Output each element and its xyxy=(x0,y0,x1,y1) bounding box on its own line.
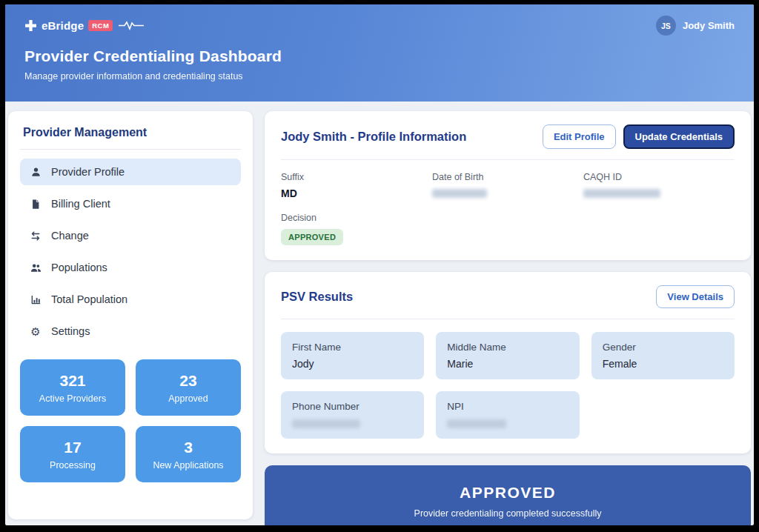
banner-subtitle: Provider credentialing completed success… xyxy=(414,508,602,519)
user-icon xyxy=(29,167,42,178)
stat-card-approved: 23 Approved xyxy=(136,359,241,416)
psv-card-title: PSV Results xyxy=(281,290,353,304)
psv-field-first-name: First Name Jody xyxy=(281,332,424,379)
sidebar-item-change[interactable]: Change xyxy=(20,222,241,249)
approved-banner: APPROVED Provider credentialing complete… xyxy=(265,465,751,525)
decision-field: Decision APPROVED xyxy=(281,213,735,245)
sidebar-item-provider-profile[interactable]: Provider Profile xyxy=(20,159,241,185)
profile-field-caqh-id: CAQH ID xyxy=(583,172,735,199)
sidebar-title: Provider Management xyxy=(20,124,241,139)
app-window: eBridge RCM JS Jody Smith Provider Crede… xyxy=(5,4,754,525)
field-label: Gender xyxy=(603,342,723,353)
stat-value: 3 xyxy=(142,439,235,456)
field-label: Middle Name xyxy=(447,342,568,353)
update-credentials-button[interactable]: Update Credentials xyxy=(623,124,735,149)
field-value: MD xyxy=(281,187,432,199)
redacted-value xyxy=(447,419,506,428)
medical-cross-icon xyxy=(24,19,37,32)
users-icon xyxy=(29,262,42,273)
sidebar-item-billing-client[interactable]: Billing Client xyxy=(20,190,241,217)
sidebar-item-label: Change xyxy=(51,230,89,242)
psv-results-card: PSV Results View Details First Name Jody… xyxy=(265,272,751,453)
field-label: NPI xyxy=(447,401,568,412)
profile-field-suffix: Suffix MD xyxy=(281,172,432,199)
main-content: Jody Smith - Profile Information Edit Pr… xyxy=(265,111,751,519)
stats-grid: 321 Active Providers 23 Approved 17 Proc… xyxy=(20,359,241,482)
psv-field-middle-name: Middle Name Marie xyxy=(436,332,579,379)
sidebar-item-label: Settings xyxy=(51,325,90,337)
psv-field-npi: NPI xyxy=(436,391,579,439)
brand-logo: eBridge RCM xyxy=(24,19,144,32)
sidebar-item-settings[interactable]: ⚙ Settings xyxy=(20,318,241,345)
psv-field-gender: Gender Female xyxy=(591,332,735,379)
field-label: Phone Number xyxy=(292,401,413,412)
field-label: Date of Birth xyxy=(432,172,583,182)
stat-card-processing: 17 Processing xyxy=(20,426,125,482)
field-value: Marie xyxy=(447,358,568,370)
stat-card-new-applications: 3 New Applications xyxy=(136,426,241,482)
stat-value: 321 xyxy=(26,372,119,390)
stat-label: Approved xyxy=(142,393,235,404)
redacted-value xyxy=(292,419,360,428)
swap-arrows-icon xyxy=(29,230,42,242)
user-menu[interactable]: JS Jody Smith xyxy=(656,16,735,36)
profile-field-date-of-birth: Date of Birth xyxy=(432,172,583,199)
heartbeat-icon xyxy=(119,21,144,30)
stat-label: New Applications xyxy=(142,460,235,471)
sidebar-item-label: Provider Profile xyxy=(51,166,125,178)
view-details-button[interactable]: View Details xyxy=(656,285,735,308)
brand-badge: RCM xyxy=(88,20,113,31)
content-area: Provider Management Provider Profile Bil… xyxy=(5,102,754,525)
page-subtitle: Manage provider information and credenti… xyxy=(24,71,735,82)
brand-name: eBridge xyxy=(42,19,84,32)
psv-field-phone-number: Phone Number xyxy=(281,391,424,439)
divider xyxy=(20,149,241,150)
edit-profile-button[interactable]: Edit Profile xyxy=(543,124,616,149)
field-label: Decision xyxy=(281,213,735,223)
stat-label: Processing xyxy=(26,460,119,471)
avatar: JS xyxy=(656,16,676,36)
sidebar: Provider Management Provider Profile Bil… xyxy=(8,111,253,519)
stat-label: Active Providers xyxy=(26,393,119,404)
field-value: Female xyxy=(603,358,723,370)
field-label: Suffix xyxy=(281,172,432,182)
sidebar-item-total-population[interactable]: Total Population xyxy=(20,286,241,313)
sidebar-item-label: Billing Client xyxy=(51,198,110,210)
redacted-value xyxy=(432,189,487,198)
field-label: CAQH ID xyxy=(583,172,735,182)
redacted-value xyxy=(583,189,660,198)
user-name: Jody Smith xyxy=(683,20,735,31)
profile-card: Jody Smith - Profile Information Edit Pr… xyxy=(265,111,751,260)
page-title: Provider Credentialing Dashboard xyxy=(24,47,735,65)
stat-value: 17 xyxy=(26,439,119,456)
gear-icon: ⚙ xyxy=(29,326,42,337)
profile-card-title: Jody Smith - Profile Information xyxy=(281,130,466,144)
stat-card-active-providers: 321 Active Providers xyxy=(20,359,125,416)
sidebar-item-populations[interactable]: Populations xyxy=(20,254,241,281)
screen-frame: eBridge RCM JS Jody Smith Provider Crede… xyxy=(0,0,759,532)
approved-badge: APPROVED xyxy=(281,229,343,245)
field-label: First Name xyxy=(292,342,413,353)
sidebar-item-label: Total Population xyxy=(51,293,127,305)
stat-value: 23 xyxy=(142,372,235,390)
file-icon xyxy=(29,199,42,210)
divider xyxy=(281,319,735,319)
chart-icon xyxy=(29,294,42,305)
sidebar-item-label: Populations xyxy=(51,262,107,273)
sidebar-menu: Provider Profile Billing Client Change xyxy=(20,159,241,350)
field-value: Jody xyxy=(292,358,413,370)
banner-title: APPROVED xyxy=(460,484,556,502)
header: eBridge RCM JS Jody Smith Provider Crede… xyxy=(5,4,754,102)
divider xyxy=(281,159,735,160)
